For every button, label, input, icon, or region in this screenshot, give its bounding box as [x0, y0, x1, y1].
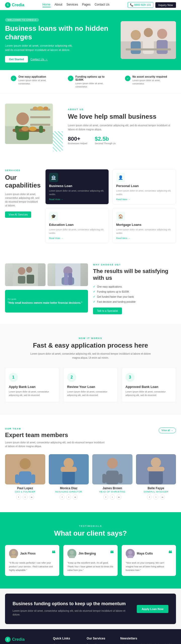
jack-quote-icon: ❝ — [52, 550, 55, 557]
stat-secured: $2.5b Secured Through Us — [95, 136, 116, 145]
check-icon-4: ✓ — [93, 300, 96, 303]
svg-point-40 — [64, 458, 74, 468]
card-personal-loan: 👤 Personal Loan Lorem ipsum dolor sit am… — [112, 169, 176, 204]
james-role: HEAD OF MARKETING — [92, 490, 132, 493]
feature-1: ✓ One easy application Lorem ipsum dolor… — [11, 75, 56, 88]
logo[interactable]: C Credia — [5, 2, 24, 8]
svg-rect-8 — [126, 48, 171, 50]
paul-name: Paul Lopez — [5, 486, 45, 490]
monica-role: MANAGING DIRECTOR — [49, 490, 89, 493]
paul-facebook[interactable]: f — [16, 495, 21, 500]
svg-point-26 — [26, 267, 32, 273]
nav-pages[interactable]: Pages — [82, 3, 90, 7]
svg-point-45 — [107, 458, 118, 469]
svg-point-35 — [20, 458, 31, 469]
jack-text: "It fits our needs perfectly! I can refe… — [9, 561, 55, 572]
testimonial-jim: Jim Berging ❝ "Keep up the excellent wor… — [63, 545, 118, 576]
check-icon-2: ✓ — [93, 290, 96, 293]
nav-home[interactable]: Home — [42, 3, 51, 7]
belle-role: GENERAL MANAGER — [136, 490, 176, 493]
capabilities-cards: 🏦 Business Loan Lorem ipsum dolor sit am… — [45, 169, 176, 243]
specialist-button[interactable]: Talk to a Specialist — [93, 308, 122, 314]
monica-twitter[interactable]: t — [66, 495, 71, 500]
about-photo — [5, 104, 53, 144]
footer-services-title: Our Services — [87, 637, 115, 640]
belle-photo — [136, 454, 176, 484]
step-3-number: 3 — [125, 373, 134, 382]
svg-rect-5 — [143, 39, 154, 54]
svg-point-2 — [131, 30, 141, 40]
how-it-works-section: HOW IT WORKS Fast & easy application pro… — [0, 324, 181, 415]
how-description: Lorem ipsum dolor sit amet, consectetur … — [28, 352, 153, 360]
nav-links: Home About Services Pages Contact Us — [42, 3, 110, 7]
feature-1-icon: ✓ — [11, 76, 16, 81]
jim-header: Jim Berging ❝ — [67, 549, 114, 558]
svg-rect-46 — [106, 471, 119, 484]
paul-twitter[interactable]: t — [23, 495, 28, 500]
education-loan-desc: Lorem ipsum dolor sit amet, consectetur … — [49, 228, 105, 235]
get-started-button[interactable]: Get Started — [5, 56, 28, 63]
hero-image — [121, 21, 176, 59]
jack-info: Jack Floss — [20, 552, 35, 555]
maya-text: "Nice work on your company, We can't ima… — [126, 561, 172, 572]
step-1-description: Lorem ipsum dolor sit amet, consectetur … — [9, 390, 56, 397]
footer-services-col: Our Services Personal Loan Business Loan… — [87, 637, 115, 644]
about-description: Lorem ipsum dolor sit amet, consectetur … — [68, 124, 176, 132]
why-label: WHY CHOOSE US? — [93, 263, 176, 266]
business-loan-read-more[interactable]: Read More → — [49, 198, 105, 201]
check-icon-1: ✓ — [93, 285, 96, 288]
mortgage-loan-desc: Lorem ipsum dolor sit amet, consectetur … — [116, 228, 172, 235]
mortgage-loan-title: Mortgage Loans — [116, 223, 172, 227]
view-all-team-button[interactable]: View all → — [159, 427, 176, 433]
monica-name: Monica Diaz — [49, 486, 89, 490]
apply-loan-button[interactable]: Apply Loan Now — [137, 605, 168, 613]
belle-instagram[interactable]: in — [160, 495, 165, 500]
education-loan-icon: 🎓 — [49, 212, 58, 221]
business-loan-desc: Lorem ipsum dolor sit amet, consectetur … — [49, 189, 105, 196]
team-member-monica: Monica Diaz MANAGING DIRECTOR f t in — [49, 454, 89, 500]
svg-point-60 — [128, 550, 132, 555]
hero-title: Business loans with no hidden charges — [5, 24, 121, 41]
feature-1-content: One easy application Lorem ipsum dolor s… — [18, 75, 56, 85]
paul-instagram[interactable]: in — [29, 495, 34, 500]
james-instagram[interactable]: in — [116, 495, 121, 500]
team-section: OUR TEAM Expert team members View all → … — [0, 415, 181, 512]
feature-2-icon: ✓ — [68, 76, 73, 81]
svg-point-23 — [29, 127, 36, 131]
belle-facebook[interactable]: f — [147, 495, 152, 500]
view-all-services-button[interactable]: View All Services — [5, 211, 31, 218]
navbar: C Credia Home About Services Pages Conta… — [0, 0, 181, 10]
mortgage-loan-read-more[interactable]: Read More → — [116, 237, 172, 239]
features-bar: ✓ One easy application Lorem ipsum dolor… — [0, 70, 181, 94]
inquiry-button[interactable]: Inquiry Now — [155, 2, 176, 8]
jim-info: Jim Berging — [78, 552, 96, 555]
svg-point-57 — [70, 550, 74, 555]
svg-rect-37 — [15, 474, 19, 483]
contact-us-link[interactable]: Contact Us → — [30, 58, 48, 61]
paul-photo — [5, 454, 45, 484]
results-section: Our goals "Help small business owners ma… — [0, 253, 181, 324]
svg-point-22 — [21, 127, 29, 131]
james-facebook[interactable]: f — [103, 495, 108, 500]
personal-loan-read-more[interactable]: Read More → — [116, 198, 172, 201]
feature-2-content: Funding options up to $100K Lorem ipsum … — [75, 75, 113, 88]
james-twitter[interactable]: t — [110, 495, 115, 500]
feature-2: ✓ Funding options up to $100K Lorem ipsu… — [68, 75, 113, 88]
education-loan-read-more[interactable]: Read More → — [49, 237, 105, 239]
maya-avatar — [126, 549, 135, 558]
belle-twitter[interactable]: t — [153, 495, 158, 500]
personal-loan-icon: 👤 — [116, 173, 125, 182]
monica-facebook[interactable]: f — [60, 495, 65, 500]
team-member-paul: Paul Lopez CEO & FOUNDER f t in — [5, 454, 45, 500]
monica-instagram[interactable]: in — [73, 495, 78, 500]
svg-rect-28 — [27, 275, 34, 284]
nav-contact[interactable]: Contact Us — [95, 3, 109, 7]
business-loan-title: Business Loan — [49, 184, 105, 188]
svg-point-15 — [37, 106, 43, 110]
nav-services[interactable]: Services — [66, 3, 78, 7]
testimonial-maya: Maya Cutts ❝ "Nice work on your company,… — [122, 545, 176, 576]
business-loan-icon: 🏦 — [49, 173, 58, 182]
nav-about[interactable]: About — [55, 3, 62, 7]
capabilities-section: SERVICES Our capabilities Lorem ipsum do… — [0, 159, 181, 253]
cta-content: Business funding options to keep up the … — [13, 601, 132, 617]
